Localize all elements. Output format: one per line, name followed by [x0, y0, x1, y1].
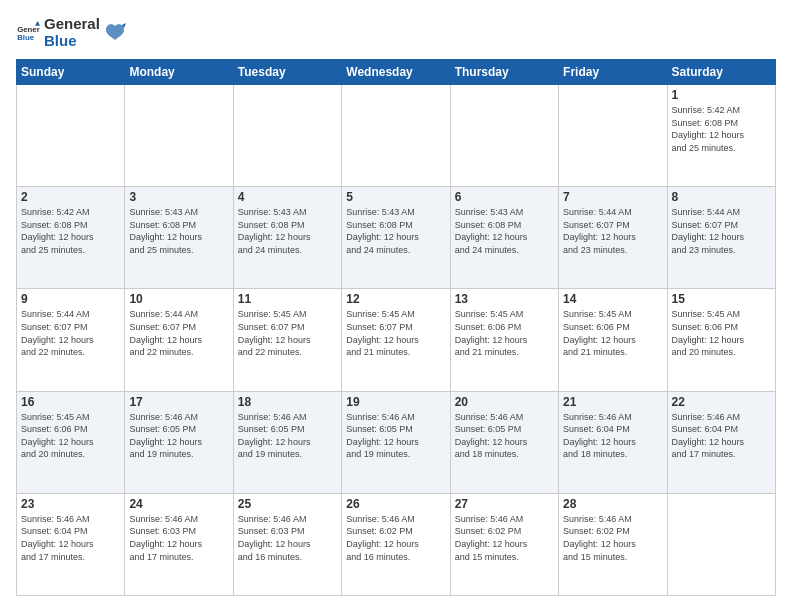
day-number: 9 — [21, 292, 120, 306]
calendar-empty-cell — [450, 85, 558, 187]
day-number: 8 — [672, 190, 771, 204]
day-number: 1 — [672, 88, 771, 102]
calendar-day-19: 19Sunrise: 5:46 AM Sunset: 6:05 PM Dayli… — [342, 391, 450, 493]
calendar-day-6: 6Sunrise: 5:43 AM Sunset: 6:08 PM Daylig… — [450, 187, 558, 289]
day-info: Sunrise: 5:42 AM Sunset: 6:08 PM Dayligh… — [21, 206, 120, 256]
day-info: Sunrise: 5:45 AM Sunset: 6:06 PM Dayligh… — [672, 308, 771, 358]
calendar-day-20: 20Sunrise: 5:46 AM Sunset: 6:05 PM Dayli… — [450, 391, 558, 493]
calendar-day-18: 18Sunrise: 5:46 AM Sunset: 6:05 PM Dayli… — [233, 391, 341, 493]
calendar-week-5: 23Sunrise: 5:46 AM Sunset: 6:04 PM Dayli… — [17, 493, 776, 595]
day-info: Sunrise: 5:44 AM Sunset: 6:07 PM Dayligh… — [672, 206, 771, 256]
calendar-day-1: 1Sunrise: 5:42 AM Sunset: 6:08 PM Daylig… — [667, 85, 775, 187]
logo-icon: General Blue — [16, 21, 40, 45]
day-info: Sunrise: 5:42 AM Sunset: 6:08 PM Dayligh… — [672, 104, 771, 154]
day-info: Sunrise: 5:45 AM Sunset: 6:07 PM Dayligh… — [238, 308, 337, 358]
calendar-empty-cell — [667, 493, 775, 595]
calendar-day-17: 17Sunrise: 5:46 AM Sunset: 6:05 PM Dayli… — [125, 391, 233, 493]
day-info: Sunrise: 5:46 AM Sunset: 6:05 PM Dayligh… — [346, 411, 445, 461]
calendar-day-26: 26Sunrise: 5:46 AM Sunset: 6:02 PM Dayli… — [342, 493, 450, 595]
day-info: Sunrise: 5:46 AM Sunset: 6:05 PM Dayligh… — [455, 411, 554, 461]
logo-bird-icon — [104, 22, 126, 44]
calendar-day-12: 12Sunrise: 5:45 AM Sunset: 6:07 PM Dayli… — [342, 289, 450, 391]
calendar-empty-cell — [559, 85, 667, 187]
day-number: 3 — [129, 190, 228, 204]
calendar-day-9: 9Sunrise: 5:44 AM Sunset: 6:07 PM Daylig… — [17, 289, 125, 391]
calendar-day-24: 24Sunrise: 5:46 AM Sunset: 6:03 PM Dayli… — [125, 493, 233, 595]
calendar-day-2: 2Sunrise: 5:42 AM Sunset: 6:08 PM Daylig… — [17, 187, 125, 289]
day-header-tuesday: Tuesday — [233, 60, 341, 85]
day-number: 4 — [238, 190, 337, 204]
calendar-day-3: 3Sunrise: 5:43 AM Sunset: 6:08 PM Daylig… — [125, 187, 233, 289]
day-header-thursday: Thursday — [450, 60, 558, 85]
calendar-empty-cell — [233, 85, 341, 187]
day-info: Sunrise: 5:43 AM Sunset: 6:08 PM Dayligh… — [129, 206, 228, 256]
day-number: 28 — [563, 497, 662, 511]
day-number: 11 — [238, 292, 337, 306]
calendar-day-5: 5Sunrise: 5:43 AM Sunset: 6:08 PM Daylig… — [342, 187, 450, 289]
calendar-day-21: 21Sunrise: 5:46 AM Sunset: 6:04 PM Dayli… — [559, 391, 667, 493]
day-number: 16 — [21, 395, 120, 409]
calendar-day-15: 15Sunrise: 5:45 AM Sunset: 6:06 PM Dayli… — [667, 289, 775, 391]
calendar-header-row: SundayMondayTuesdayWednesdayThursdayFrid… — [17, 60, 776, 85]
day-info: Sunrise: 5:45 AM Sunset: 6:06 PM Dayligh… — [21, 411, 120, 461]
day-info: Sunrise: 5:46 AM Sunset: 6:02 PM Dayligh… — [346, 513, 445, 563]
calendar-day-10: 10Sunrise: 5:44 AM Sunset: 6:07 PM Dayli… — [125, 289, 233, 391]
calendar-week-4: 16Sunrise: 5:45 AM Sunset: 6:06 PM Dayli… — [17, 391, 776, 493]
day-number: 27 — [455, 497, 554, 511]
calendar-day-11: 11Sunrise: 5:45 AM Sunset: 6:07 PM Dayli… — [233, 289, 341, 391]
logo: General Blue General Blue — [16, 16, 126, 49]
calendar-empty-cell — [17, 85, 125, 187]
day-header-saturday: Saturday — [667, 60, 775, 85]
day-info: Sunrise: 5:46 AM Sunset: 6:04 PM Dayligh… — [21, 513, 120, 563]
day-number: 20 — [455, 395, 554, 409]
day-header-friday: Friday — [559, 60, 667, 85]
day-number: 2 — [21, 190, 120, 204]
calendar-day-28: 28Sunrise: 5:46 AM Sunset: 6:02 PM Dayli… — [559, 493, 667, 595]
logo-general: General — [44, 16, 100, 33]
day-info: Sunrise: 5:46 AM Sunset: 6:02 PM Dayligh… — [563, 513, 662, 563]
day-info: Sunrise: 5:44 AM Sunset: 6:07 PM Dayligh… — [563, 206, 662, 256]
day-info: Sunrise: 5:46 AM Sunset: 6:05 PM Dayligh… — [238, 411, 337, 461]
day-info: Sunrise: 5:46 AM Sunset: 6:03 PM Dayligh… — [129, 513, 228, 563]
calendar-day-22: 22Sunrise: 5:46 AM Sunset: 6:04 PM Dayli… — [667, 391, 775, 493]
svg-text:General: General — [17, 24, 40, 33]
day-info: Sunrise: 5:43 AM Sunset: 6:08 PM Dayligh… — [346, 206, 445, 256]
calendar-day-23: 23Sunrise: 5:46 AM Sunset: 6:04 PM Dayli… — [17, 493, 125, 595]
calendar-week-3: 9Sunrise: 5:44 AM Sunset: 6:07 PM Daylig… — [17, 289, 776, 391]
day-number: 15 — [672, 292, 771, 306]
day-info: Sunrise: 5:45 AM Sunset: 6:07 PM Dayligh… — [346, 308, 445, 358]
svg-text:Blue: Blue — [17, 33, 35, 42]
calendar-empty-cell — [125, 85, 233, 187]
day-number: 22 — [672, 395, 771, 409]
calendar-day-13: 13Sunrise: 5:45 AM Sunset: 6:06 PM Dayli… — [450, 289, 558, 391]
page: General Blue General Blue SundayMondayTu… — [0, 0, 792, 612]
day-number: 23 — [21, 497, 120, 511]
day-info: Sunrise: 5:44 AM Sunset: 6:07 PM Dayligh… — [129, 308, 228, 358]
day-number: 7 — [563, 190, 662, 204]
calendar-table: SundayMondayTuesdayWednesdayThursdayFrid… — [16, 59, 776, 596]
day-number: 21 — [563, 395, 662, 409]
day-header-wednesday: Wednesday — [342, 60, 450, 85]
day-info: Sunrise: 5:44 AM Sunset: 6:07 PM Dayligh… — [21, 308, 120, 358]
calendar-empty-cell — [342, 85, 450, 187]
calendar-day-27: 27Sunrise: 5:46 AM Sunset: 6:02 PM Dayli… — [450, 493, 558, 595]
day-number: 24 — [129, 497, 228, 511]
day-info: Sunrise: 5:45 AM Sunset: 6:06 PM Dayligh… — [563, 308, 662, 358]
day-number: 13 — [455, 292, 554, 306]
day-info: Sunrise: 5:46 AM Sunset: 6:02 PM Dayligh… — [455, 513, 554, 563]
day-number: 25 — [238, 497, 337, 511]
calendar-day-25: 25Sunrise: 5:46 AM Sunset: 6:03 PM Dayli… — [233, 493, 341, 595]
day-number: 26 — [346, 497, 445, 511]
day-number: 14 — [563, 292, 662, 306]
calendar-day-7: 7Sunrise: 5:44 AM Sunset: 6:07 PM Daylig… — [559, 187, 667, 289]
svg-marker-2 — [35, 21, 40, 26]
day-header-sunday: Sunday — [17, 60, 125, 85]
calendar-day-16: 16Sunrise: 5:45 AM Sunset: 6:06 PM Dayli… — [17, 391, 125, 493]
day-header-monday: Monday — [125, 60, 233, 85]
day-info: Sunrise: 5:46 AM Sunset: 6:04 PM Dayligh… — [563, 411, 662, 461]
header: General Blue General Blue — [16, 16, 776, 49]
day-number: 19 — [346, 395, 445, 409]
day-info: Sunrise: 5:46 AM Sunset: 6:04 PM Dayligh… — [672, 411, 771, 461]
day-info: Sunrise: 5:46 AM Sunset: 6:05 PM Dayligh… — [129, 411, 228, 461]
calendar-week-1: 1Sunrise: 5:42 AM Sunset: 6:08 PM Daylig… — [17, 85, 776, 187]
